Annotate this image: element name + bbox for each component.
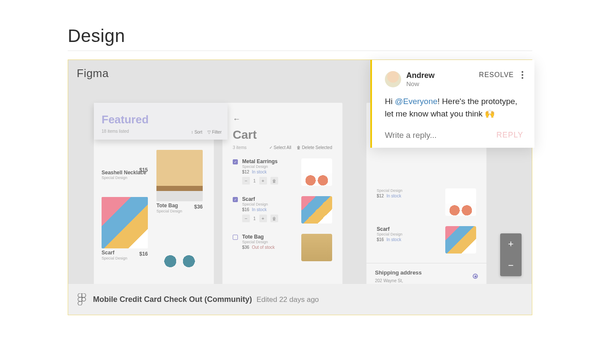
- shipping-title: Shipping address: [375, 269, 478, 276]
- cart-item-name: Tote Bag: [242, 234, 297, 240]
- line-item-sub: Special Design: [377, 188, 441, 193]
- qty-value: 1: [252, 216, 258, 221]
- comment-body: Hi @Everyone! Here's the prototype, let …: [385, 95, 523, 120]
- cart-item-sub: Special Design: [242, 164, 297, 169]
- app-label: Figma: [77, 67, 109, 80]
- product-image: [156, 223, 203, 274]
- file-edited: Edited 22 days ago: [256, 295, 319, 304]
- select-all-button[interactable]: ✓ Select All: [269, 145, 291, 150]
- checkbox-icon[interactable]: [233, 197, 238, 202]
- cart-item-sub: Special Design: [242, 202, 297, 206]
- cart-item-name: Scarf: [242, 196, 297, 202]
- mention[interactable]: @Everyone: [395, 97, 438, 106]
- cart-item[interactable]: Scarf Special Design $16In stock − 1 + 🗑: [222, 191, 342, 229]
- cart-item[interactable]: Tote Bag Special Design $36Out of stock: [222, 229, 342, 266]
- comment-time: Now: [406, 80, 435, 87]
- line-item-name: Scarf: [377, 226, 441, 232]
- product-name: Scarf: [102, 250, 114, 256]
- product-image: [156, 150, 203, 201]
- embed-footer: Mobile Credit Card Check Out (Community)…: [68, 284, 532, 315]
- cart-item-sub: Special Design: [242, 240, 297, 244]
- trash-icon[interactable]: 🗑: [270, 177, 278, 185]
- sort-button[interactable]: ↕ Sort: [191, 130, 202, 134]
- figma-logo-icon: [78, 293, 86, 305]
- filter-button[interactable]: ▽ Filter: [207, 130, 222, 134]
- featured-header: Featured 18 items listed ↕ Sort ▽ Filter: [94, 103, 228, 140]
- product-image: [102, 197, 148, 248]
- comment-popover: Andrew Now RESOLVE Hi @Everyone! Here's …: [370, 60, 534, 148]
- product-card[interactable]: Tote Bag $36 Special Design: [156, 150, 203, 213]
- checkout-line-item: Scarf Special Design $16In stock: [366, 221, 486, 259]
- line-item-thumb: [445, 188, 476, 216]
- zoom-in-button[interactable]: +: [500, 233, 522, 255]
- product-price: $36: [194, 204, 203, 210]
- delete-selected-button[interactable]: 🗑 Delete Selected: [297, 145, 332, 150]
- product-price: $16: [139, 251, 148, 257]
- product-name: Tote Bag: [156, 203, 178, 209]
- cart-item-thumb: [301, 234, 332, 261]
- checkbox-icon[interactable]: [233, 159, 238, 164]
- divider: [68, 51, 532, 51]
- qty-value: 1: [252, 179, 258, 183]
- screen-featured: Featured 18 items listed ↕ Sort ▽ Filter…: [94, 103, 214, 285]
- product-card[interactable]: [156, 223, 203, 274]
- page-title: Design: [68, 26, 532, 51]
- screen-cart: ← Cart 3 items ✓ Select All 🗑 Delete Sel…: [222, 103, 342, 285]
- comment-author: Andrew: [406, 71, 435, 80]
- product-price: $15: [139, 167, 148, 173]
- avatar[interactable]: [385, 71, 401, 87]
- product-sub: Special Design: [102, 176, 148, 180]
- qty-plus-button[interactable]: +: [259, 215, 267, 222]
- file-name[interactable]: Mobile Credit Card Check Out (Community): [93, 295, 252, 304]
- qty-minus-button[interactable]: −: [242, 215, 250, 222]
- product-card[interactable]: Seashell Necklace $15 Special Design: [102, 167, 148, 180]
- cart-item-thumb: [301, 158, 332, 186]
- zoom-out-button[interactable]: −: [500, 255, 522, 276]
- back-arrow-icon[interactable]: ←: [233, 115, 332, 124]
- cart-item-name: Metal Earrings: [242, 158, 297, 164]
- more-icon[interactable]: [522, 71, 523, 79]
- cart-item[interactable]: Metal Earrings Special Design $12In stoc…: [222, 153, 342, 191]
- address-line: 202 Wayne St,: [375, 277, 478, 284]
- featured-title: Featured: [102, 113, 220, 126]
- qty-minus-button[interactable]: −: [242, 177, 250, 185]
- radio-selected-icon[interactable]: [473, 274, 478, 279]
- cart-title: Cart: [233, 128, 332, 142]
- qty-plus-button[interactable]: +: [259, 177, 267, 185]
- line-item-thumb: [445, 226, 476, 254]
- line-item-sub: Special Design: [377, 232, 441, 236]
- reply-input[interactable]: [385, 131, 496, 140]
- svg-point-0: [82, 298, 86, 301]
- product-card[interactable]: Scarf $16 Special Design: [102, 197, 148, 260]
- reply-button[interactable]: REPLY: [496, 131, 523, 140]
- cart-count: 3 items: [233, 145, 246, 150]
- trash-icon[interactable]: 🗑: [270, 215, 278, 222]
- zoom-controls: + −: [500, 233, 522, 276]
- cart-item-thumb: [301, 196, 332, 224]
- resolve-button[interactable]: RESOLVE: [479, 71, 514, 79]
- checkbox-icon[interactable]: [233, 235, 238, 240]
